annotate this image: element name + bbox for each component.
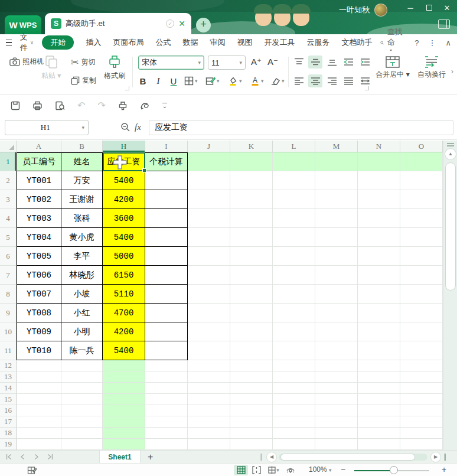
cell[interactable] — [273, 304, 315, 322]
cell[interactable] — [358, 266, 400, 285]
row-number-3[interactable]: 3 — [0, 190, 17, 209]
cell[interactable] — [358, 341, 400, 360]
cell[interactable] — [358, 152, 400, 171]
customize-quickbar-icon[interactable]: ⌄ — [162, 103, 167, 109]
menu-tab-7[interactable]: 开发工具 — [264, 37, 295, 48]
row-number-17[interactable]: 17 — [0, 416, 17, 428]
cell[interactable] — [61, 405, 103, 416]
row-number-5[interactable]: 5 — [0, 228, 17, 247]
horizontal-scroll-thumb[interactable] — [281, 454, 414, 460]
first-sheet-icon[interactable] — [6, 454, 12, 460]
cell[interactable] — [230, 228, 273, 247]
cell[interactable]: 个税计算 — [145, 152, 188, 171]
row-number-18[interactable]: 18 — [0, 428, 17, 439]
cell[interactable] — [103, 371, 145, 383]
cell[interactable] — [145, 439, 188, 450]
decrease-font-button[interactable]: A⁻ — [267, 54, 279, 70]
cell[interactable] — [358, 247, 400, 266]
font-color-button[interactable]: A ▾ — [250, 73, 264, 89]
zoom-in-button[interactable]: + — [442, 465, 446, 474]
cell[interactable] — [230, 405, 273, 416]
cell[interactable] — [61, 383, 103, 394]
scroll-left-button[interactable]: ◀ — [267, 452, 276, 462]
row-number-1[interactable]: 1 — [0, 152, 17, 171]
cell[interactable] — [188, 416, 230, 428]
cell[interactable] — [315, 247, 358, 266]
cell[interactable] — [188, 428, 230, 439]
cell[interactable]: 5110 — [103, 285, 145, 304]
cell[interactable]: 6150 — [103, 266, 145, 285]
cell[interactable] — [400, 247, 443, 266]
cell[interactable] — [188, 266, 230, 285]
cell[interactable] — [273, 394, 315, 405]
menu-tab-0[interactable]: 开始 — [42, 35, 74, 50]
cell[interactable] — [315, 394, 358, 405]
cell[interactable] — [400, 266, 443, 285]
cell[interactable] — [230, 439, 273, 450]
cell[interactable] — [358, 416, 400, 428]
cell[interactable] — [315, 371, 358, 383]
cell[interactable] — [145, 383, 188, 394]
cell[interactable]: 黄小虎 — [61, 228, 103, 247]
cell[interactable] — [400, 152, 443, 171]
vertical-scroll-thumb[interactable] — [446, 163, 455, 290]
column-header-L[interactable]: L — [273, 141, 315, 152]
cell[interactable] — [230, 416, 273, 428]
camera-button[interactable]: 照相机 — [9, 57, 44, 67]
scroll-up-button[interactable]: ▲ — [445, 149, 456, 159]
cell[interactable] — [400, 171, 443, 190]
menu-tab-9[interactable]: 文档助手 — [341, 37, 372, 48]
cell[interactable]: 员工编号 — [17, 152, 61, 171]
collapse-ribbon-icon[interactable]: ∧ — [445, 38, 451, 47]
cell[interactable] — [145, 228, 188, 247]
column-header-J[interactable]: J — [188, 141, 230, 152]
cell[interactable] — [145, 394, 188, 405]
cell[interactable] — [103, 405, 145, 416]
row-number-19[interactable]: 19 — [0, 439, 17, 450]
dialog-launcher-icon[interactable] — [125, 86, 129, 90]
cell[interactable] — [273, 341, 315, 360]
cell[interactable] — [273, 383, 315, 394]
prev-sheet-icon[interactable] — [19, 454, 26, 460]
draw-border-button[interactable]: ▾ — [205, 73, 220, 89]
cell[interactable] — [358, 428, 400, 439]
split-handle-icon[interactable] — [260, 454, 262, 461]
cell[interactable] — [315, 171, 358, 190]
zoom-out-button[interactable]: − — [341, 465, 345, 474]
cell[interactable] — [230, 304, 273, 322]
italic-button[interactable]: I — [152, 73, 164, 89]
cell[interactable] — [145, 285, 188, 304]
cell[interactable] — [188, 360, 230, 371]
fill-color-button[interactable]: ▾ — [228, 73, 242, 89]
split-handle-icon[interactable] — [444, 454, 446, 461]
cell[interactable] — [145, 371, 188, 383]
cell[interactable]: YT001 — [17, 171, 61, 190]
cell[interactable] — [230, 209, 273, 228]
print-preview-button[interactable] — [55, 101, 65, 110]
clear-format-button[interactable]: ▾ — [270, 73, 285, 89]
cell[interactable] — [188, 322, 230, 341]
close-button[interactable]: ✕ — [439, 2, 455, 14]
cell[interactable]: YT007 — [17, 285, 61, 304]
cell[interactable] — [188, 285, 230, 304]
cell[interactable] — [358, 360, 400, 371]
cell[interactable] — [358, 304, 400, 322]
cell[interactable] — [273, 416, 315, 428]
menu-tab-8[interactable]: 云服务 — [306, 37, 329, 48]
row-number-9[interactable]: 9 — [0, 304, 17, 322]
dialog-launcher-icon[interactable] — [365, 86, 369, 90]
cell[interactable] — [315, 190, 358, 209]
column-header-O[interactable]: O — [400, 141, 443, 152]
cell[interactable] — [188, 152, 230, 171]
page-layout-view-button[interactable]: ▾ — [265, 465, 282, 475]
cell[interactable] — [188, 209, 230, 228]
cell[interactable] — [315, 416, 358, 428]
normal-view-button[interactable] — [234, 465, 248, 475]
cell[interactable] — [230, 266, 273, 285]
reading-mode-button[interactable] — [283, 465, 298, 475]
cell[interactable]: YT006 — [17, 266, 61, 285]
justify-button[interactable] — [341, 74, 355, 87]
cell[interactable] — [145, 405, 188, 416]
cell[interactable] — [273, 266, 315, 285]
row-number-13[interactable]: 13 — [0, 371, 17, 383]
